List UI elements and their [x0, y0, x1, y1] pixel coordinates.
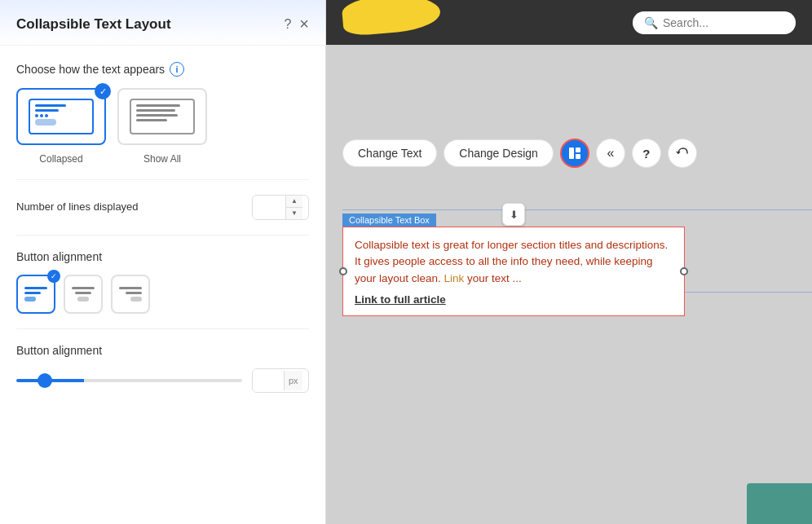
- divider-1: [16, 179, 309, 180]
- alignment-slider[interactable]: [16, 379, 242, 382]
- px-label: px: [284, 371, 302, 390]
- info-icon[interactable]: i: [170, 62, 184, 77]
- panel-help-icon[interactable]: ?: [284, 17, 291, 32]
- align-left-button[interactable]: ✓: [16, 275, 55, 314]
- icon-row1: [72, 287, 95, 289]
- divider-2: [16, 235, 309, 236]
- icon-row2: [75, 292, 91, 294]
- panel-header: Collapsible Text Layout ? ×: [0, 0, 325, 46]
- lines-stepper[interactable]: 3 ▲ ▼: [252, 195, 309, 220]
- icon-btn-shape: [77, 297, 89, 302]
- panel-content: Choose how the text appears i ✓: [0, 46, 325, 409]
- svg-rect-0: [569, 148, 574, 159]
- download-icon[interactable]: ⬇: [502, 203, 525, 226]
- layout-section-title: Choose how the text appears i: [16, 62, 309, 77]
- link-text-inline: Link: [444, 272, 465, 284]
- lines-field-row: Number of lines displayed 3 ▲ ▼: [16, 195, 309, 220]
- button-alignment-section: Button alignment ✓: [16, 250, 309, 314]
- canvas-guide-line: [342, 209, 812, 210]
- layout-option-show-all[interactable]: [117, 88, 207, 145]
- toolbar: Change Text Change Design « ?: [342, 139, 697, 168]
- align-center-icon: [72, 287, 95, 302]
- dot-1: [35, 114, 38, 117]
- dot-2: [40, 114, 43, 117]
- showall-line-1: [136, 104, 180, 107]
- collapsed-icon: [29, 99, 94, 134]
- layout-labels: Collapsed Show All: [16, 153, 309, 165]
- slider-section: Button alignment 10 px: [16, 344, 309, 393]
- button-alignment-label: Button alignment: [16, 250, 102, 263]
- button-alignment2-title: Button alignment: [16, 344, 309, 357]
- showall-line-3: [136, 114, 178, 117]
- panel-header-icons: ? ×: [284, 15, 309, 33]
- undo-button[interactable]: [668, 139, 697, 168]
- help-button[interactable]: ?: [632, 139, 661, 168]
- align-right-icon: [119, 287, 142, 302]
- icon-row2: [24, 292, 41, 294]
- layout-options: ✓: [16, 88, 309, 145]
- icon-dots: [35, 114, 61, 117]
- stepper-up[interactable]: ▲: [286, 196, 302, 208]
- showall-line-2: [136, 109, 175, 112]
- slider-row: 10 px: [16, 368, 309, 393]
- icon-line-2: [35, 109, 59, 112]
- px-input[interactable]: 10: [253, 369, 284, 392]
- showall-label: Show All: [117, 153, 207, 165]
- svg-rect-2: [576, 154, 580, 159]
- lines-label: Number of lines displayed: [16, 200, 139, 214]
- svg-rect-1: [576, 148, 580, 152]
- search-box[interactable]: 🔍: [633, 11, 796, 34]
- change-design-button[interactable]: Change Design: [444, 139, 554, 167]
- icon-row1: [24, 287, 47, 289]
- icon-btn-shape: [130, 297, 142, 302]
- icon-btn-shape: [24, 297, 36, 302]
- search-icon: 🔍: [644, 16, 658, 29]
- icon-row1: [119, 287, 142, 289]
- icon-line-1: [35, 104, 66, 107]
- px-field[interactable]: 10 px: [252, 368, 309, 393]
- panel-title: Collapsible Text Layout: [16, 16, 171, 33]
- icon-pill: [35, 119, 56, 125]
- collapsed-label: Collapsed: [16, 153, 106, 165]
- showall-line-4: [136, 119, 167, 121]
- collapsible-text-wrapper: Collapsible Text Box ⬇ Collapsible text …: [342, 212, 685, 316]
- left-resize-handle[interactable]: [339, 267, 347, 275]
- right-resize-handle[interactable]: [680, 267, 688, 275]
- search-input[interactable]: [663, 16, 784, 29]
- stepper-arrows: ▲ ▼: [285, 196, 302, 219]
- stepper-down[interactable]: ▼: [286, 208, 302, 219]
- back-arrow-button[interactable]: «: [596, 139, 625, 168]
- button-alignment2-label: Button alignment: [16, 344, 102, 357]
- collapsible-box-label: Collapsible Text Box: [342, 214, 436, 227]
- collapsed-checkmark: ✓: [95, 83, 111, 99]
- collapsible-text-box[interactable]: ⬇ Collapsible text is great for longer s…: [342, 227, 685, 316]
- button-alignment-title: Button alignment: [16, 250, 309, 263]
- align-left-icon: [24, 287, 47, 302]
- icon-row2: [126, 292, 142, 294]
- alignment-options: ✓: [16, 275, 309, 314]
- bottom-teal-decoration: [747, 483, 812, 524]
- paint-stroke: [326, 0, 538, 45]
- dot-3: [45, 114, 48, 117]
- align-right-button[interactable]: [111, 275, 150, 314]
- layout-icon-button[interactable]: [560, 139, 589, 168]
- left-panel: Collapsible Text Layout ? × Choose how t…: [0, 0, 326, 524]
- align-center-button[interactable]: [64, 275, 103, 314]
- panel-close-icon[interactable]: ×: [299, 15, 309, 33]
- layout-section-title-text: Choose how the text appears: [16, 63, 165, 76]
- showall-icon: [130, 99, 195, 134]
- lines-input[interactable]: 3: [253, 196, 285, 219]
- align-left-checkmark: ✓: [47, 270, 60, 283]
- collapsible-text-content: Collapsible text is great for longer sec…: [355, 237, 673, 287]
- change-text-button[interactable]: Change Text: [342, 139, 437, 167]
- link-to-article[interactable]: Link to full article: [355, 293, 673, 306]
- layout-option-collapsed[interactable]: ✓: [16, 88, 106, 145]
- divider-3: [16, 328, 309, 329]
